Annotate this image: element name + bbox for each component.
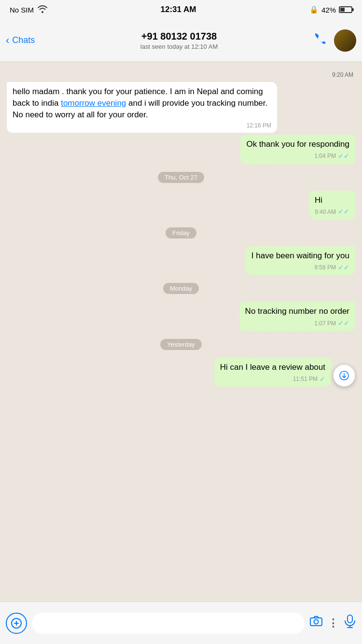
message-outgoing-tracking: No tracking number no order 1:07 PM ✓✓ <box>239 302 355 331</box>
date-divider-yesterday: Yesterday <box>7 339 355 350</box>
msg4-time: 9:58 PM <box>314 264 336 272</box>
date-divider-thu-oct27: Thu, Oct 27 <box>7 172 355 183</box>
msg5-ticks: ✓✓ <box>338 319 349 328</box>
contact-avatar[interactable] <box>334 29 356 52</box>
date-divider-friday: Friday <box>7 227 355 238</box>
date-divider-monday: Monday <box>7 283 355 294</box>
msg4-ticks: ✓✓ <box>338 263 349 273</box>
battery-percent: 42% <box>321 6 336 14</box>
battery-indicator <box>339 6 352 13</box>
contact-name[interactable]: +91 80132 01738 <box>48 31 310 42</box>
svg-rect-2 <box>310 618 322 626</box>
msg3-ticks: ✓✓ <box>338 207 349 217</box>
message-outgoing-2: Ok thank you for responding 1:04 PM ✓✓ <box>240 135 355 164</box>
carrier-label: No SIM <box>10 6 34 14</box>
status-left: No SIM <box>10 5 47 14</box>
msg3-time: 9:40 AM <box>315 208 336 216</box>
more-options-button[interactable]: ⋮ <box>328 617 339 630</box>
date-label-monday: Monday <box>163 283 199 294</box>
bottom-toolbar: ⋮ <box>0 602 362 644</box>
svg-point-3 <box>314 620 319 624</box>
attach-button[interactable] <box>6 613 27 634</box>
status-time: 12:31 AM <box>160 5 196 14</box>
wifi-icon <box>38 5 47 14</box>
scroll-to-bottom-button[interactable] <box>333 364 355 387</box>
messages-list: 9:20 AM hello madam . thank you for your… <box>0 67 362 392</box>
msg3-text: Hi <box>315 196 322 205</box>
message-input[interactable] <box>32 613 305 634</box>
msg2-time: 1:04 PM <box>314 152 336 160</box>
msg6-text: Hi can I leave a review about <box>220 363 325 372</box>
last-seen-status: last seen today at 12:10 AM <box>48 43 310 50</box>
back-chevron-icon: ‹ <box>6 34 9 47</box>
date-label-friday: Friday <box>166 227 196 238</box>
top-time-label: 9:20 AM <box>7 71 355 78</box>
msg5-text: No tracking number no order <box>245 307 349 316</box>
msg4-text: I have been waiting for you <box>251 251 349 260</box>
call-button[interactable] <box>314 32 327 49</box>
camera-button[interactable] <box>309 616 323 630</box>
chat-header: ‹ Chats +91 80132 01738 last seen today … <box>0 19 362 62</box>
message-outgoing-waiting: I have been waiting for you 9:58 PM ✓✓ <box>246 246 355 275</box>
microphone-button[interactable] <box>344 614 356 632</box>
msg2-ticks: ✓✓ <box>338 152 349 161</box>
status-bar: No SIM 12:31 AM 🔒 42% <box>0 0 362 19</box>
chat-background: 9:20 AM hello madam . thank you for your… <box>0 62 362 609</box>
header-center: +91 80132 01738 last seen today at 12:10… <box>48 31 310 50</box>
msg6-time: 11:51 PM <box>293 375 318 383</box>
msg6-ticks: ✓ <box>320 375 325 384</box>
msg1-time: 12:16 PM <box>247 122 271 130</box>
message-incoming-1: hello madam . thank you for your patienc… <box>7 82 277 133</box>
message-outgoing-hi: Hi 9:40 AM ✓✓ <box>309 191 355 220</box>
date-label-thu-oct27: Thu, Oct 27 <box>158 172 204 183</box>
back-button[interactable]: ‹ Chats <box>6 34 44 47</box>
svg-rect-4 <box>348 615 352 623</box>
msg1-link[interactable]: tomorrow evening <box>61 98 126 108</box>
msg2-text: Ok thank you for responding <box>246 140 349 149</box>
back-label: Chats <box>12 35 35 45</box>
header-actions <box>314 29 356 52</box>
message-outgoing-review: Hi can I leave a review about 11:51 PM ✓ <box>214 358 331 387</box>
lock-icon: 🔒 <box>309 5 319 14</box>
msg5-time: 1:07 PM <box>314 320 336 328</box>
status-right: 🔒 42% <box>309 5 352 14</box>
date-label-yesterday: Yesterday <box>160 339 201 350</box>
